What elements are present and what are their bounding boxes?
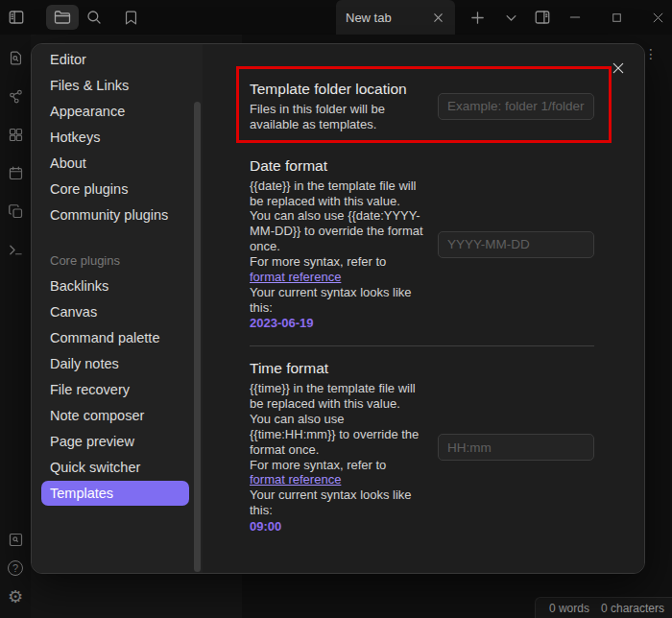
sidebar-item-templates[interactable]: Templates — [41, 481, 189, 506]
close-icon — [651, 11, 665, 25]
graph-icon — [8, 88, 24, 105]
maximize-icon — [611, 12, 623, 24]
sidebar-section-core-plugins: Core plugins — [41, 250, 189, 270]
minimize-icon — [568, 11, 582, 24]
vault-switcher-button[interactable] — [4, 528, 27, 551]
sidebar-item-core-plugins[interactable]: Core plugins — [41, 177, 189, 202]
date-desc-text: {{date}} in the template file will be re… — [250, 178, 423, 269]
search-icon — [85, 9, 103, 26]
new-tab-button[interactable] — [465, 5, 490, 30]
sidebar-item-canvas[interactable]: Canvas — [41, 299, 189, 324]
window-close-button[interactable] — [645, 5, 670, 30]
settings-sidebar: Editor Files & Links Appearance Hotkeys … — [32, 44, 203, 573]
toggle-right-sidebar-button[interactable] — [530, 5, 555, 30]
time-syntax-label: Your current syntax looks like this: — [250, 487, 424, 518]
plus-icon — [469, 10, 486, 26]
command-palette-ribbon-button[interactable] — [4, 238, 27, 261]
settings-button[interactable]: ⚙ — [4, 585, 27, 608]
help-icon: ? — [8, 560, 23, 576]
setting-desc-date-format: {{date}} in the template file will be re… — [250, 178, 424, 332]
sidebar-item-file-recovery[interactable]: File recovery — [41, 377, 189, 402]
tab-new-tab[interactable]: New tab — [336, 0, 455, 35]
template-folder-input[interactable] — [438, 93, 594, 120]
chevron-down-icon — [504, 11, 518, 25]
modal-close-button[interactable] — [610, 59, 627, 77]
sidebar-item-note-composer[interactable]: Note composer — [41, 403, 189, 428]
insert-template-ribbon-button[interactable] — [4, 200, 27, 223]
layout-grid-icon — [8, 127, 24, 143]
sidebar-item-page-preview[interactable]: Page preview — [41, 429, 189, 454]
panel-right-icon — [534, 9, 551, 26]
sidebar-item-editor[interactable]: Editor — [41, 47, 189, 72]
date-syntax-label: Your current syntax looks like this: — [250, 285, 424, 316]
time-syntax-sample: 09:00 — [250, 519, 424, 535]
sidebar-item-daily-notes[interactable]: Daily notes — [41, 351, 189, 376]
setting-date-format: Date format {{date}} in the template fil… — [250, 157, 594, 332]
setting-title-date-format: Date format — [250, 157, 424, 175]
date-syntax-sample: 2023-06-19 — [250, 316, 424, 331]
status-bar: 0 words 0 characters — [535, 597, 672, 618]
character-count: 0 characters — [601, 602, 664, 615]
settings-content: Template folder location Files in this f… — [203, 44, 644, 573]
vault-icon — [8, 532, 24, 548]
format-reference-link-date[interactable]: format reference — [250, 270, 341, 284]
search-button[interactable] — [82, 5, 107, 30]
settings-modal: Editor Files & Links Appearance Hotkeys … — [31, 43, 645, 574]
titlebar: New tab — [0, 0, 672, 35]
folder-icon — [54, 9, 71, 26]
time-format-input[interactable] — [438, 434, 594, 461]
sidebar-item-appearance[interactable]: Appearance — [41, 99, 189, 124]
sidebar-item-community-plugins[interactable]: Community plugins — [41, 202, 189, 227]
window-minimize-button[interactable] — [563, 5, 588, 30]
setting-time-format: Time format {{time}} in the template fil… — [250, 360, 594, 535]
date-format-input[interactable] — [438, 231, 594, 258]
window-maximize-button[interactable] — [604, 5, 629, 30]
setting-title-time-format: Time format — [250, 360, 424, 377]
canvas-ribbon-button[interactable] — [4, 123, 27, 146]
bookmark-icon — [123, 10, 139, 26]
gear-icon: ⚙ — [8, 588, 23, 606]
terminal-icon — [8, 242, 24, 258]
sidebar-item-quick-switcher[interactable]: Quick switcher — [41, 455, 189, 480]
toggle-left-sidebar-button[interactable] — [4, 5, 29, 30]
help-button[interactable]: ? — [4, 557, 27, 580]
sidebar-item-about[interactable]: About — [41, 151, 189, 176]
setting-template-folder: Template folder location Files in this f… — [250, 81, 594, 132]
time-desc-text: {{time}} in the template file will be re… — [250, 381, 419, 471]
tab-close-button[interactable] — [428, 8, 447, 27]
tab-list-button[interactable] — [498, 5, 523, 30]
left-ribbon: ? ⚙ — [0, 35, 31, 618]
bookmarks-button[interactable] — [118, 5, 143, 30]
section-divider — [250, 345, 594, 346]
file-search-icon — [8, 50, 24, 66]
quick-switcher-ribbon-button[interactable] — [4, 46, 27, 69]
vault-folder-button[interactable] — [46, 5, 79, 30]
panel-left-icon — [8, 9, 25, 26]
sidebar-item-hotkeys[interactable]: Hotkeys — [41, 125, 189, 150]
format-reference-link-time[interactable]: format reference — [250, 472, 341, 487]
copy-icon — [8, 203, 24, 220]
word-count: 0 words — [549, 602, 589, 615]
setting-desc-time-format: {{time}} in the template file will be re… — [250, 381, 424, 535]
calendar-icon — [8, 165, 24, 181]
tab-title: New tab — [346, 11, 428, 25]
sidebar-item-command-palette[interactable]: Command palette — [41, 325, 189, 350]
setting-title-template-folder: Template folder location — [250, 81, 424, 98]
daily-note-ribbon-button[interactable] — [4, 161, 27, 184]
sidebar-item-backlinks[interactable]: Backlinks — [41, 273, 189, 298]
sidebar-scrollbar[interactable] — [194, 102, 201, 572]
setting-desc-template-folder: Files in this folder will be available a… — [250, 102, 424, 132]
sidebar-item-files-links[interactable]: Files & Links — [41, 73, 189, 98]
graph-view-ribbon-button[interactable] — [4, 84, 27, 107]
